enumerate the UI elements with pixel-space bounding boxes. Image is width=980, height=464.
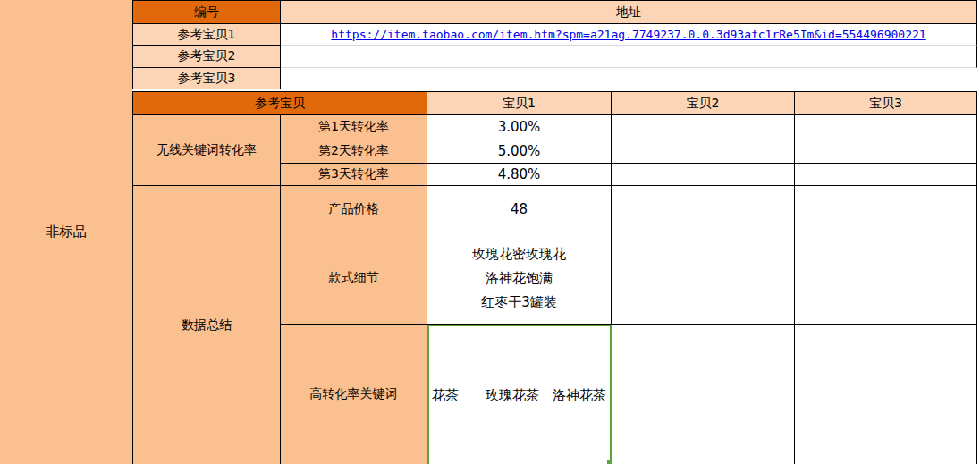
day3-item1-value: 4.80% <box>498 166 541 182</box>
day2-item3-value-cell[interactable] <box>795 139 977 164</box>
keywords-label-cell[interactable]: 高转化率关键词 <box>281 325 427 464</box>
reference-url-table: 编号 地址 参考宝贝1 https://item.taobao.com/item… <box>132 0 977 89</box>
day1-label: 第1天转化率 <box>318 119 389 135</box>
ref-item-1-url-cell[interactable]: https://item.taobao.com/item.htm?spm=a21… <box>281 24 977 46</box>
price-label: 产品价格 <box>329 201 379 217</box>
ref-item-2-label-cell[interactable]: 参考宝贝2 <box>133 46 281 68</box>
style-label: 款式细节 <box>329 270 379 286</box>
day1-item2-value-cell[interactable] <box>612 115 795 139</box>
conversion-section-label: 无线关键词转化率 <box>156 142 257 158</box>
ref-item-2-label: 参考宝贝2 <box>178 48 236 64</box>
ref-item-3-label-cell[interactable]: 参考宝贝3 <box>133 68 281 89</box>
address-header-cell[interactable]: 地址 <box>281 1 977 24</box>
category-cell[interactable]: 非标品 <box>0 0 132 464</box>
selection-border-gap <box>610 451 612 460</box>
style-item2-value-cell[interactable] <box>612 232 795 325</box>
day2-label: 第2天转化率 <box>318 143 389 159</box>
day3-item2-value-cell[interactable] <box>612 164 795 186</box>
day1-item1-value-cell[interactable]: 3.00% <box>427 115 612 139</box>
summary-section-label: 数据总结 <box>182 317 232 333</box>
keywords-item1-value: 花茶 玫瑰花茶 洛神花茶 <box>432 387 606 404</box>
style-item1-line2: 洛神花饱满 <box>486 266 553 291</box>
ref-item-3-url-cell[interactable] <box>281 68 977 89</box>
day1-label-cell[interactable]: 第1天转化率 <box>281 115 427 139</box>
price-label-cell[interactable]: 产品价格 <box>281 186 427 232</box>
ref-item-1-label: 参考宝贝1 <box>178 27 236 43</box>
reference-group-header-label: 参考宝贝 <box>255 96 305 112</box>
summary-section-cell[interactable]: 数据总结 <box>133 186 281 464</box>
day2-item1-value: 5.00% <box>498 143 541 159</box>
reference-group-header-cell[interactable]: 参考宝贝 <box>133 92 427 115</box>
day3-label-cell[interactable]: 第3天转化率 <box>281 164 427 186</box>
item2-header-label: 宝贝2 <box>687 96 720 112</box>
day3-label: 第3天转化率 <box>318 166 389 182</box>
keywords-item2-value-cell[interactable] <box>612 325 795 464</box>
day3-item1-value-cell[interactable]: 4.80% <box>427 164 612 186</box>
conversion-section-cell[interactable]: 无线关键词转化率 <box>133 115 281 186</box>
keywords-item1-value-cell-selected[interactable]: 花茶 玫瑰花茶 洛神花茶 <box>427 325 612 464</box>
ref-item-1-label-cell[interactable]: 参考宝贝1 <box>133 24 281 46</box>
day1-item1-value: 3.00% <box>498 119 541 135</box>
day3-item3-value-cell[interactable] <box>795 164 977 186</box>
style-item1-line1: 玫瑰花密玫瑰花 <box>472 242 566 266</box>
day2-item1-value-cell[interactable]: 5.00% <box>427 139 612 164</box>
keywords-item3-value-cell[interactable] <box>795 325 977 464</box>
ref-item-2-url-cell[interactable] <box>281 46 977 68</box>
taobao-item-link[interactable]: https://item.taobao.com/item.htm?spm=a21… <box>331 28 925 41</box>
style-item3-value-cell[interactable] <box>795 232 977 325</box>
item3-header-label: 宝贝3 <box>869 96 902 112</box>
item2-header-cell[interactable]: 宝贝2 <box>612 92 795 115</box>
style-label-cell[interactable]: 款式细节 <box>281 232 427 325</box>
id-header-label: 编号 <box>194 4 219 21</box>
reference-data-table: 参考宝贝 宝贝1 宝贝2 宝贝3 无线关键词转化率 第1天转化率 3.00% <box>132 91 977 464</box>
ref-item-3-label: 参考宝贝3 <box>178 71 236 87</box>
price-item1-value-cell[interactable]: 48 <box>427 186 612 232</box>
spreadsheet-screen: 非标品 编号 地址 参考宝贝1 https://item.taobao.com/… <box>0 0 980 464</box>
category-label: 非标品 <box>46 224 87 240</box>
item3-header-cell[interactable]: 宝贝3 <box>795 92 977 115</box>
day2-label-cell[interactable]: 第2天转化率 <box>281 139 427 164</box>
day1-item3-value-cell[interactable] <box>795 115 977 139</box>
style-item1-value-cell[interactable]: 玫瑰花密玫瑰花 洛神花饱满 红枣干3罐装 <box>427 232 612 325</box>
selection-fill-handle[interactable] <box>607 460 612 464</box>
id-header-cell[interactable]: 编号 <box>133 1 281 24</box>
item1-header-label: 宝贝1 <box>503 96 536 112</box>
price-item1-value: 48 <box>511 201 528 217</box>
price-item3-value-cell[interactable] <box>795 186 977 232</box>
item1-header-cell[interactable]: 宝贝1 <box>427 92 612 115</box>
address-header-label: 地址 <box>616 4 641 21</box>
style-item1-line3: 红枣干3罐装 <box>481 291 557 315</box>
day2-item2-value-cell[interactable] <box>612 139 795 164</box>
price-item2-value-cell[interactable] <box>612 186 795 232</box>
keywords-label: 高转化率关键词 <box>310 386 398 402</box>
